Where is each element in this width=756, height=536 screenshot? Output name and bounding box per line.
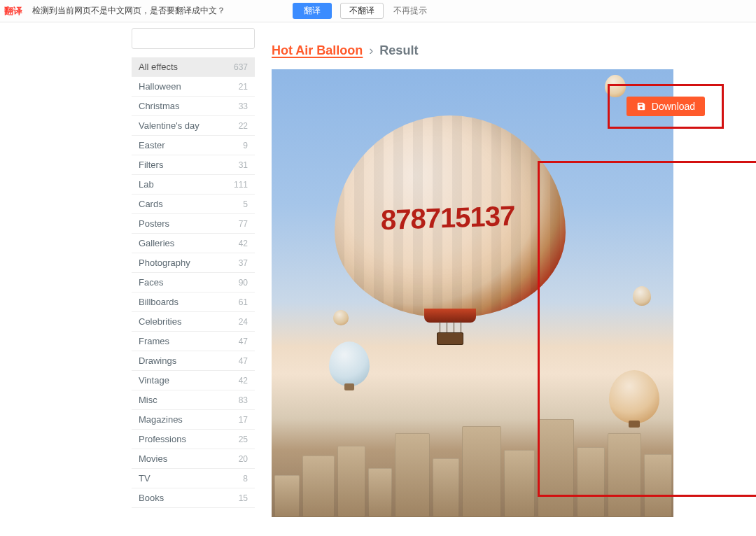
sidebar-item-tv[interactable]: TV8 [132, 469, 255, 488]
sidebar-item-count: 77 [239, 219, 248, 229]
sidebar: All effects637Halloween21Christmas33Vale… [132, 28, 255, 536]
sidebar-item-billboards[interactable]: Billboards61 [132, 292, 255, 312]
sidebar-item-galleries[interactable]: Galleries42 [132, 234, 255, 253]
sidebar-item-label: Movies [139, 453, 167, 464]
small-balloon-icon [329, 341, 370, 386]
sidebar-item-count: 15 [239, 493, 248, 503]
sidebar-item-count: 8 [243, 474, 248, 484]
download-highlight-box: Download [608, 84, 724, 129]
main-balloon-icon: 878715137 [335, 115, 566, 374]
sidebar-item-count: 47 [239, 356, 248, 366]
sidebar-item-christmas[interactable]: Christmas33 [132, 97, 255, 116]
breadcrumb: Hot Air Balloon › Result [272, 43, 756, 58]
sidebar-item-label: Lab [139, 179, 154, 190]
sidebar-item-count: 17 [239, 415, 248, 425]
sidebar-item-books[interactable]: Books15 [132, 488, 255, 508]
translate-button[interactable]: 翻译 [293, 3, 332, 19]
sidebar-item-count: 25 [239, 435, 248, 444]
sidebar-item-count: 33 [239, 101, 248, 111]
sidebar-item-label: Drawings [139, 355, 176, 366]
sidebar-item-all-effects[interactable]: All effects637 [132, 57, 255, 77]
sidebar-item-label: Easter [139, 140, 165, 150]
sidebar-item-count: 90 [239, 278, 248, 288]
sidebar-item-photography[interactable]: Photography37 [132, 253, 255, 273]
sidebar-item-label: Posters [139, 218, 169, 229]
sidebar-item-label: Filters [139, 160, 163, 170]
sidebar-item-label: Professions [139, 434, 186, 444]
sidebar-item-professions[interactable]: Professions25 [132, 430, 255, 449]
sidebar-item-movies[interactable]: Movies20 [132, 449, 255, 469]
small-balloon-icon [633, 286, 651, 306]
sidebar-item-frames[interactable]: Frames47 [132, 332, 255, 351]
sidebar-item-magazines[interactable]: Magazines17 [132, 410, 255, 430]
sidebar-item-count: 5 [243, 199, 248, 209]
sidebar-item-count: 637 [234, 62, 248, 72]
sidebar-item-misc[interactable]: Misc83 [132, 390, 255, 410]
sidebar-item-count: 37 [239, 258, 248, 268]
translation-message: 检测到当前网页不是中文网页，是否要翻译成中文？ [32, 5, 225, 17]
breadcrumb-separator: › [369, 43, 373, 57]
sidebar-item-label: Photography [139, 258, 190, 268]
sidebar-item-count: 31 [239, 160, 248, 170]
sidebar-item-filters[interactable]: Filters31 [132, 155, 255, 175]
download-button[interactable]: Download [626, 97, 705, 116]
sidebar-item-count: 111 [234, 180, 248, 190]
sidebar-item-label: Billboards [139, 297, 178, 307]
disk-icon [636, 101, 646, 111]
sidebar-item-faces[interactable]: Faces90 [132, 273, 255, 292]
sidebar-item-label: Books [139, 493, 164, 503]
sidebar-item-label: Vintage [139, 375, 169, 386]
translator-brand: 翻译 [4, 5, 22, 17]
town-silhouette [272, 398, 673, 517]
download-label: Download [652, 101, 695, 112]
sidebar-item-count: 61 [239, 297, 248, 307]
sidebar-item-easter[interactable]: Easter9 [132, 136, 255, 155]
search-input[interactable] [132, 28, 255, 49]
sidebar-item-halloween[interactable]: Halloween21 [132, 77, 255, 97]
sidebar-item-celebrities[interactable]: Celebrities24 [132, 312, 255, 332]
sidebar-item-count: 9 [243, 141, 248, 150]
sidebar-item-count: 24 [239, 317, 248, 327]
sidebar-item-label: Galleries [139, 238, 174, 248]
sidebar-item-label: Valentine's day [139, 120, 200, 131]
sidebar-item-label: TV [139, 473, 150, 484]
balloon-number: 878715137 [381, 200, 514, 237]
sidebar-item-label: Halloween [139, 81, 181, 92]
result-image: 878715137 [272, 69, 673, 517]
sidebar-item-count: 42 [239, 239, 248, 248]
no-translate-button[interactable]: 不翻译 [340, 3, 384, 19]
sidebar-item-count: 83 [239, 395, 248, 405]
sidebar-item-label: Frames [139, 336, 169, 346]
sidebar-item-cards[interactable]: Cards5 [132, 195, 255, 214]
sidebar-item-count: 47 [239, 337, 248, 346]
sidebar-item-vintage[interactable]: Vintage42 [132, 371, 255, 390]
sidebar-item-label: Misc [139, 395, 158, 405]
sidebar-item-count: 21 [239, 82, 248, 92]
sidebar-item-lab[interactable]: Lab111 [132, 175, 255, 195]
sidebar-item-count: 42 [239, 376, 248, 386]
sidebar-item-label: Magazines [139, 414, 183, 425]
sidebar-item-label: Faces [139, 277, 163, 288]
sidebar-item-label: All effects [139, 62, 178, 72]
no-prompt-link[interactable]: 不再提示 [393, 5, 427, 17]
sidebar-item-label: Celebrities [139, 316, 181, 327]
sidebar-item-count: 20 [239, 454, 248, 464]
sidebar-item-count: 22 [239, 121, 248, 131]
breadcrumb-title-link[interactable]: Hot Air Balloon [272, 43, 363, 57]
translation-bar: 翻译 检测到当前网页不是中文网页，是否要翻译成中文？ 翻译 不翻译 不再提示 [0, 0, 756, 22]
main-content: Hot Air Balloon › Result 878715137 [255, 22, 756, 536]
sidebar-item-drawings[interactable]: Drawings47 [132, 351, 255, 371]
sidebar-item-label: Christmas [139, 101, 180, 111]
sidebar-item-posters[interactable]: Posters77 [132, 214, 255, 234]
sidebar-item-label: Cards [139, 199, 163, 209]
sidebar-item-valentine-s-day[interactable]: Valentine's day22 [132, 116, 255, 136]
breadcrumb-current: Result [379, 43, 418, 57]
